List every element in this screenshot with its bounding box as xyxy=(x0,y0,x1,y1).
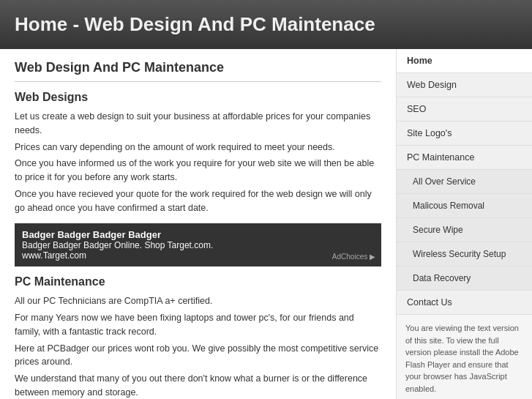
sidebar-item-seo[interactable]: SEO xyxy=(397,97,532,122)
site-header: Home - Web Design And PC Maintenace xyxy=(0,0,532,49)
sidebar-item-sitelogos[interactable]: Site Logo's xyxy=(397,122,532,146)
web-design-p4: Once you have recieved your quote for th… xyxy=(15,187,381,215)
ad-title: Badger Badger Badger Badger xyxy=(22,229,374,240)
sidebar-item-home[interactable]: Home xyxy=(397,49,532,73)
advertisement[interactable]: Badger Badger Badger Badger Badger Badge… xyxy=(15,223,381,266)
page-title: Web Design And PC Maintenance xyxy=(15,60,381,82)
web-design-heading: Web Designs xyxy=(15,91,381,104)
pc-p1: All our PC Technicians are CompTIA a+ ce… xyxy=(15,294,381,308)
sidebar-item-securewipe[interactable]: Secure Wipe xyxy=(397,218,532,242)
web-design-p2: Prices can vary depending on the amount … xyxy=(15,141,381,154)
sidebar-note: You are viewing the text version of this… xyxy=(397,315,532,399)
sidebar: Home Web Design SEO Site Logo's PC Maint… xyxy=(397,49,532,399)
pc-maintenance-heading: PC Maintenance xyxy=(15,275,381,288)
sidebar-item-wirelesssecurity[interactable]: Wireless Security Setup xyxy=(397,242,532,266)
pc-p2: For many Years now we have been fixing l… xyxy=(15,311,381,339)
sidebar-item-webdesign[interactable]: Web Design xyxy=(397,73,532,97)
web-design-p1: Let us create a web design to suit your … xyxy=(15,110,381,138)
ad-choices[interactable]: AdChoices ▶ xyxy=(332,253,375,261)
ad-text: Badger Badger Badger Online. Shop Target… xyxy=(22,240,374,250)
sidebar-item-contactus[interactable]: Contact Us xyxy=(397,291,532,315)
sidebar-item-maliciousremoval[interactable]: Malicous Removal xyxy=(397,194,532,218)
sidebar-item-pcmaintenance[interactable]: PC Maintenance xyxy=(397,146,532,170)
main-container: Web Design And PC Maintenance Web Design… xyxy=(0,49,532,399)
pc-p4: We understand that many of you out there… xyxy=(15,372,381,399)
site-title: Home - Web Design And PC Maintenace xyxy=(15,13,517,36)
pc-p3: Here at PCBadger our prices wont rob you… xyxy=(15,342,381,370)
web-design-p3: Once you have informed us of the work yo… xyxy=(15,157,381,184)
sidebar-item-alloverservice[interactable]: All Over Service xyxy=(397,170,532,194)
ad-subtext: www.Target.com xyxy=(22,250,374,261)
content-area: Web Design And PC Maintenance Web Design… xyxy=(0,49,397,399)
sidebar-item-datarecovery[interactable]: Data Recovery xyxy=(397,266,532,291)
